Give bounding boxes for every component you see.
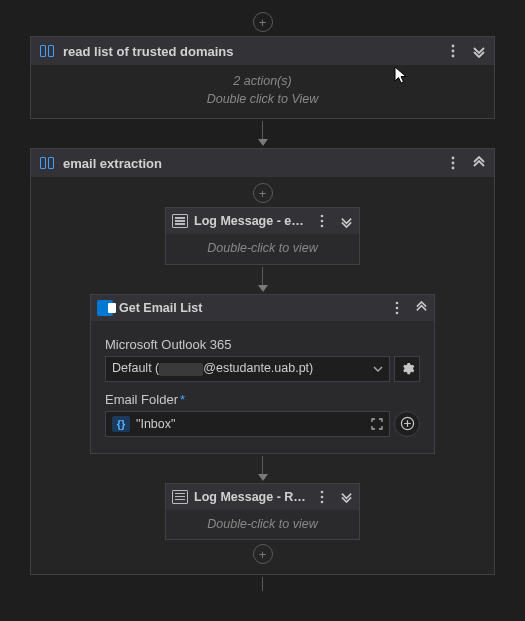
sequence-trusted-domains[interactable]: read list of trusted domains 2 action(s)… — [30, 36, 495, 119]
activity-log-message-2[interactable]: Log Message - Rep… Double-click to view — [165, 483, 360, 541]
gear-icon — [400, 361, 415, 376]
svg-point-5 — [452, 167, 455, 170]
activity-form: Microsoft Outlook 365 Default (@estudant… — [91, 321, 434, 453]
expand-toggle[interactable] — [337, 488, 355, 506]
plus-icon: + — [259, 16, 267, 29]
svg-point-8 — [321, 225, 324, 228]
add-activity-inner-bottom[interactable]: + — [253, 544, 273, 564]
svg-point-14 — [321, 495, 324, 498]
kebab-menu[interactable] — [313, 212, 331, 230]
block-header: email extraction — [31, 149, 494, 177]
block-body: 2 action(s) Double click to View — [31, 65, 494, 118]
collapse-toggle[interactable] — [412, 299, 430, 317]
account-label: Microsoft Outlook 365 — [105, 337, 420, 352]
svg-point-9 — [396, 301, 399, 304]
activity-header: Log Message - Rep… — [166, 484, 359, 510]
redacted-chip — [159, 363, 203, 376]
sequence-email-extraction[interactable]: email extraction + Log Message - extr… — [30, 148, 495, 575]
folder-label: Email Folder* — [105, 392, 420, 407]
flow-arrow — [30, 121, 495, 146]
activity-log-message-1[interactable]: Log Message - extr… Double-click to view — [165, 207, 360, 265]
activity-title: Get Email List — [119, 301, 382, 315]
block-body: + Log Message - extr… Double-click to vi… — [31, 177, 494, 574]
svg-point-4 — [452, 162, 455, 165]
svg-point-7 — [321, 220, 324, 223]
add-activity-top[interactable]: + — [253, 12, 273, 32]
svg-point-2 — [452, 55, 455, 58]
svg-point-13 — [321, 490, 324, 493]
collapse-toggle[interactable] — [470, 154, 488, 172]
block-title: email extraction — [63, 156, 436, 171]
account-value: Default (@estudante.uab.pt) — [112, 361, 367, 375]
log-icon — [172, 214, 188, 228]
expression-chip: {} — [112, 416, 130, 432]
plus-icon: + — [259, 187, 267, 200]
double-click-hint: Double-click to view — [174, 516, 351, 534]
svg-point-6 — [321, 215, 324, 218]
sequence-icon — [39, 156, 55, 170]
add-activity-inner-top[interactable]: + — [253, 183, 273, 203]
flow-arrow — [30, 577, 495, 591]
svg-point-11 — [396, 311, 399, 314]
svg-point-3 — [452, 157, 455, 160]
activity-title: Log Message - extr… — [194, 214, 307, 228]
activity-header: Log Message - extr… — [166, 208, 359, 234]
flow-arrow — [37, 456, 488, 481]
folder-input[interactable]: {} "Inbox" — [105, 411, 390, 437]
kebab-menu[interactable] — [444, 42, 462, 60]
add-value-button[interactable] — [394, 411, 420, 437]
svg-point-1 — [452, 50, 455, 53]
double-click-hint: Double click to View — [41, 91, 484, 109]
svg-point-0 — [452, 45, 455, 48]
sequence-icon — [39, 44, 55, 58]
activity-get-email-list[interactable]: Get Email List Microsoft Outlook 365 Def… — [90, 294, 435, 454]
svg-point-15 — [321, 500, 324, 503]
expand-toggle[interactable] — [337, 212, 355, 230]
flow-arrow — [37, 267, 488, 292]
block-header: read list of trusted domains — [31, 37, 494, 65]
settings-button[interactable] — [394, 356, 420, 382]
expand-toggle[interactable] — [470, 42, 488, 60]
folder-value: "Inbox" — [136, 417, 365, 431]
account-dropdown[interactable]: Default (@estudante.uab.pt) — [105, 356, 390, 382]
activity-title: Log Message - Rep… — [194, 490, 307, 504]
chevron-down-icon — [373, 364, 383, 374]
plus-circle-icon — [400, 416, 415, 431]
kebab-menu[interactable] — [388, 299, 406, 317]
log-icon — [172, 490, 188, 504]
double-click-hint: Double-click to view — [174, 240, 351, 258]
kebab-menu[interactable] — [444, 154, 462, 172]
outlook-icon — [97, 300, 113, 316]
block-title: read list of trusted domains — [63, 44, 436, 59]
activity-header: Get Email List — [91, 295, 434, 321]
kebab-menu[interactable] — [313, 488, 331, 506]
svg-point-10 — [396, 306, 399, 309]
required-star: * — [180, 392, 185, 407]
plus-icon: + — [259, 548, 267, 561]
expand-icon[interactable] — [371, 418, 383, 430]
action-count-label: 2 action(s) — [41, 73, 484, 91]
